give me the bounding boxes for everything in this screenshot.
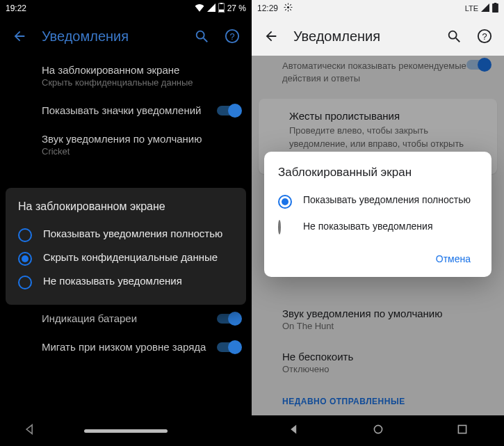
dialog-option-show-all[interactable]: Показывать уведомления полностью xyxy=(18,223,234,246)
battery-icon xyxy=(492,3,498,15)
toggle-badges[interactable] xyxy=(217,106,241,116)
status-indicators: LTE xyxy=(465,3,498,15)
search-icon[interactable] xyxy=(193,28,210,45)
dialog-lockscreen: На заблокированном экране Показывать уве… xyxy=(6,188,246,305)
dialog-option-hide-sensitive[interactable]: Скрыть конфиденциальные данные xyxy=(18,246,234,270)
gear-icon xyxy=(284,3,293,14)
network-label: LTE xyxy=(465,4,478,13)
phone-dark: 19:22 27 % Уведомления ? На заб xyxy=(0,0,252,446)
row-blink-low[interactable]: Мигать при низком уровне заряда xyxy=(0,333,252,361)
svg-rect-2 xyxy=(219,9,224,12)
option-label: Показывать уведомления полностью xyxy=(303,193,471,206)
help-icon[interactable]: ? xyxy=(224,28,241,45)
svg-point-7 xyxy=(287,6,289,8)
phone-light: 12:29 LTE Уведомления ? Автоматически п xyxy=(252,0,504,446)
app-bar: Уведомления ? xyxy=(0,17,252,56)
radio-icon xyxy=(278,195,292,209)
page-title: Уведомления xyxy=(42,29,179,45)
svg-line-4 xyxy=(204,38,208,42)
radio-icon xyxy=(18,276,32,289)
nav-home-pill[interactable] xyxy=(84,429,168,433)
dialog-lockscreen: Заблокированный экран Показывать уведомл… xyxy=(264,152,491,277)
option-label: Скрыть конфиденциальные данные xyxy=(43,250,218,264)
svg-rect-8 xyxy=(492,3,498,12)
back-icon[interactable] xyxy=(263,28,279,45)
option-label: Не показывать уведомления xyxy=(303,220,432,232)
row-label: Мигать при низком уровне заряда xyxy=(42,341,241,353)
row-label: Показывать значки уведомлений xyxy=(42,104,241,116)
radio-icon xyxy=(18,228,32,242)
toggle-blink-low[interactable] xyxy=(217,342,241,352)
dialog-actions: Отмена xyxy=(278,239,478,270)
dialog-title: На заблокированном экране xyxy=(18,200,234,213)
svg-line-11 xyxy=(456,38,460,42)
row-label: На заблокированном экране xyxy=(42,64,241,76)
row-label: Индикация батареи xyxy=(42,312,241,324)
svg-rect-1 xyxy=(220,3,222,4)
status-time: 12:29 xyxy=(257,3,278,13)
row-sublabel: Cricket xyxy=(42,146,241,157)
nav-back-icon[interactable] xyxy=(24,424,35,438)
radio-icon xyxy=(278,221,292,234)
nav-bar xyxy=(0,415,252,446)
status-time: 19:22 xyxy=(6,3,26,13)
dialog-option-hide-all[interactable]: Не показывать уведомления xyxy=(18,270,234,294)
option-label: Показывать уведомления полностью xyxy=(43,227,222,241)
status-bar: 19:22 27 % xyxy=(0,0,252,17)
battery-icon xyxy=(218,3,225,15)
row-label: Звук уведомления по умолчанию xyxy=(42,133,241,145)
svg-point-10 xyxy=(449,31,457,39)
app-bar: Уведомления ? xyxy=(252,17,504,56)
cancel-button[interactable]: Отмена xyxy=(429,248,478,270)
row-battery-indicator[interactable]: Индикация батареи xyxy=(0,304,252,333)
signal-icon xyxy=(207,3,216,14)
row-sound[interactable]: Звук уведомления по умолчанию Cricket xyxy=(0,125,252,165)
toggle-battery-indicator[interactable] xyxy=(217,314,241,324)
back-icon[interactable] xyxy=(11,28,28,45)
row-sublabel: Скрыть конфиденциальные данные xyxy=(42,77,241,88)
battery-percent: 27 % xyxy=(227,3,246,13)
svg-text:?: ? xyxy=(482,31,487,42)
dialog-option-hide-all[interactable]: Не показывать уведомления xyxy=(278,214,478,239)
status-bar: 12:29 LTE xyxy=(252,0,504,17)
help-icon[interactable]: ? xyxy=(476,28,493,45)
dialog-option-show-all[interactable]: Показывать уведомления полностью xyxy=(278,188,478,214)
row-badges[interactable]: Показывать значки уведомлений xyxy=(0,96,252,125)
page-title: Уведомления xyxy=(293,29,432,45)
signal-icon xyxy=(481,3,489,14)
row-lockscreen[interactable]: На заблокированном экране Скрыть конфиде… xyxy=(0,56,252,96)
status-indicators: 27 % xyxy=(195,3,246,15)
svg-point-3 xyxy=(197,31,204,39)
search-icon[interactable] xyxy=(446,28,462,45)
svg-rect-9 xyxy=(494,3,497,4)
wifi-icon xyxy=(195,3,204,14)
dialog-title: Заблокированный экран xyxy=(278,166,478,180)
svg-text:?: ? xyxy=(229,31,234,42)
option-label: Не показывать уведомления xyxy=(43,274,182,288)
radio-icon xyxy=(18,252,32,266)
